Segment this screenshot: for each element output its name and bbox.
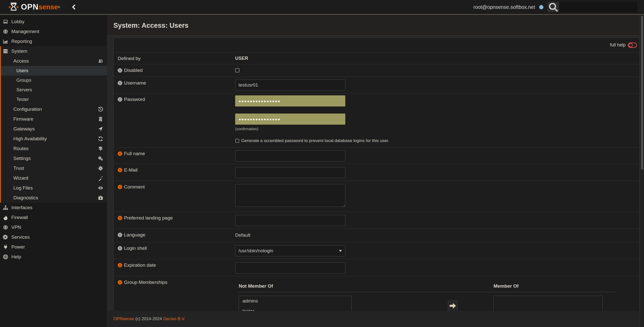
- hourglass-logo-icon: [8, 2, 19, 12]
- sidebar-item-configuration[interactable]: Configuration: [1, 104, 107, 114]
- sidebar-item-management[interactable]: Management: [0, 26, 107, 36]
- sidebar-item-label: Firewall: [11, 215, 28, 220]
- sidebar-item-trust[interactable]: Trust: [1, 163, 107, 173]
- sidebar-item-vpn[interactable]: VPN: [0, 222, 107, 232]
- sidebar-item-gateways[interactable]: Gateways: [1, 124, 107, 134]
- defined-by-value: USER: [235, 56, 248, 61]
- sidebar-item-label: High Availability: [13, 136, 47, 142]
- sidebar-item-label: Services: [11, 234, 30, 240]
- group-list-item[interactable]: admins: [239, 296, 351, 306]
- login-shell-value: /usr/sbin/nologin: [238, 248, 273, 254]
- email-input[interactable]: [235, 167, 345, 178]
- sidebar-item-servers[interactable]: Servers: [1, 85, 107, 95]
- page-scrollbar[interactable]: [640, 15, 644, 327]
- info-icon[interactable]: i: [118, 97, 122, 102]
- info-icon[interactable]: i: [118, 168, 122, 172]
- sidebar-item-label: Routes: [13, 146, 28, 151]
- defined-by-label: Defined by: [118, 56, 141, 61]
- expiration-date-input[interactable]: [235, 262, 345, 274]
- sidebar-item-diagnostics[interactable]: Diagnostics: [1, 193, 107, 203]
- sidebar-item-groups[interactable]: Groups: [1, 75, 107, 85]
- form-row-username: i Username: [114, 77, 639, 93]
- sidebar-item-power[interactable]: Power: [0, 242, 107, 252]
- scramble-password-checkbox[interactable]: [235, 139, 239, 143]
- plug-icon: [3, 244, 8, 250]
- sidebar-item-label: Wizard: [13, 175, 28, 181]
- sidebar-item-wizard[interactable]: Wizard: [1, 173, 107, 183]
- sidebar-item-label: Lobby: [11, 19, 24, 24]
- sidebar-item-label: Log Files: [13, 185, 33, 191]
- sidebar-item-lobby[interactable]: Lobby: [0, 17, 107, 26]
- sitemap-icon: [3, 205, 8, 210]
- sidebar-item-label: Firmware: [13, 116, 33, 122]
- info-icon[interactable]: i: [118, 280, 122, 285]
- search-input[interactable]: [559, 2, 637, 12]
- signpost-icon: [98, 146, 103, 151]
- sidebar-item-settings[interactable]: Settings: [1, 153, 107, 163]
- info-icon[interactable]: i: [118, 81, 122, 85]
- info-icon[interactable]: i: [118, 216, 122, 220]
- gears-icon: [98, 156, 103, 161]
- sidebar-item-interfaces[interactable]: Interfaces: [0, 203, 107, 212]
- sidebar-item-routes[interactable]: Routes: [1, 144, 107, 153]
- info-icon[interactable]: i: [118, 185, 122, 189]
- username-label: Username: [124, 80, 146, 86]
- disabled-checkbox[interactable]: [235, 68, 239, 72]
- info-icon[interactable]: i: [118, 68, 122, 73]
- status-indicator-dot[interactable]: [539, 5, 543, 9]
- gear-icon: [3, 234, 8, 240]
- certificate-icon: [98, 166, 103, 171]
- comment-textarea[interactable]: [235, 184, 345, 207]
- full-help-toggle[interactable]: [628, 42, 637, 48]
- life-ring-icon: [3, 254, 8, 260]
- password-confirm-input[interactable]: [235, 114, 345, 125]
- form-row-landing-page: i Preferred landing page: [114, 212, 639, 229]
- footer-copyright: (c) 2014-2024: [135, 316, 162, 321]
- global-search: [547, 2, 637, 12]
- laptop-icon: [3, 19, 8, 24]
- sidebar-item-firmware[interactable]: Firmware: [1, 114, 107, 124]
- comment-label: Comment: [124, 184, 145, 190]
- info-icon[interactable]: i: [118, 233, 122, 237]
- server-icon: [3, 48, 8, 54]
- password-confirmation-note: (confirmation): [235, 127, 639, 131]
- full-name-input[interactable]: [235, 150, 345, 161]
- footer-deciso-link[interactable]: Deciso B.V.: [163, 316, 185, 321]
- footer-opnsense-link[interactable]: OPNsense: [113, 316, 134, 321]
- sidebar-item-reporting[interactable]: Reporting: [0, 36, 107, 46]
- logged-in-user: root@opnsense.softbox.net: [473, 4, 535, 10]
- arrow-right-icon: [448, 301, 457, 310]
- info-icon[interactable]: i: [118, 246, 122, 251]
- landing-page-label: Preferred landing page: [124, 215, 173, 221]
- sidebar-item-log-files[interactable]: Log Files: [1, 183, 107, 193]
- page-title: System: Access: Users: [113, 22, 640, 30]
- form-row-comment: i Comment: [114, 181, 639, 212]
- form-row-disabled: i Disabled: [114, 64, 639, 77]
- group-divider: [239, 292, 617, 292]
- sidebar-item-access[interactable]: Access: [1, 56, 107, 66]
- sidebar-item-tester[interactable]: Tester: [1, 95, 107, 104]
- sidebar-item-services[interactable]: Services: [0, 232, 107, 242]
- username-input[interactable]: [235, 79, 345, 91]
- language-label: Language: [124, 232, 145, 238]
- sidebar-item-firewall[interactable]: Firewall: [0, 212, 107, 222]
- sidebar-item-help[interactable]: Help: [0, 252, 107, 262]
- panel-toolbar: full help: [114, 38, 639, 52]
- add-to-group-button[interactable]: [448, 301, 457, 311]
- login-shell-select[interactable]: /usr/sbin/nologin: [235, 245, 345, 256]
- opnsense-logo[interactable]: OPNsense®: [8, 2, 60, 12]
- info-icon[interactable]: i: [118, 151, 122, 156]
- password-input[interactable]: [235, 95, 345, 106]
- sidebar-item-label: Servers: [16, 87, 32, 93]
- sidebar-item-users[interactable]: Users: [1, 66, 107, 75]
- sidebar-collapse-button[interactable]: [71, 4, 77, 10]
- full-name-label: Full name: [124, 151, 145, 156]
- landing-page-input[interactable]: [235, 215, 345, 226]
- sidebar-item-system[interactable]: System: [1, 46, 107, 56]
- fire-icon: [3, 215, 8, 220]
- scrollbar-thumb[interactable]: [641, 16, 643, 170]
- language-value: Default: [235, 232, 250, 238]
- info-icon[interactable]: i: [118, 263, 122, 267]
- sidebar-item-high-availability[interactable]: High Availability: [1, 134, 107, 144]
- main-content: System: Access: Users full help Defined …: [107, 15, 640, 327]
